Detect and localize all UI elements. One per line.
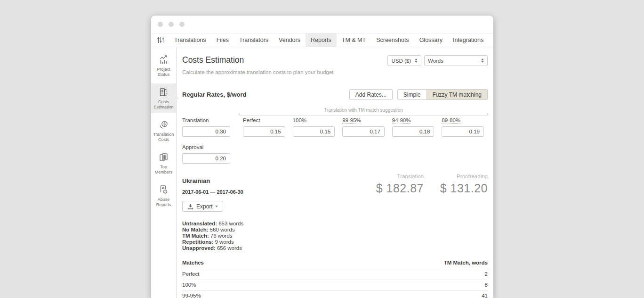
sidebar-item-label: Top Members: [152, 165, 176, 175]
sidebar-item-translation-costs[interactable]: $ Translation Costs: [151, 116, 176, 145]
simple-mode-button[interactable]: Simple: [397, 89, 427, 100]
perfect-rate-label: Perfect: [243, 117, 285, 123]
window-control-dot[interactable]: [158, 22, 163, 27]
export-button[interactable]: Export: [182, 201, 223, 212]
94-90-rate-label: 94-90%: [392, 117, 435, 123]
reports-sidebar: Project Status Costs Estimation $: [151, 47, 177, 298]
translation-rate-label: Translation: [182, 117, 230, 123]
rates-mode-toggle: Simple Fuzzy TM matching: [397, 89, 488, 100]
nav-item-files[interactable]: Files: [211, 33, 234, 47]
89-80-rate-hint[interactable]: 89-80%: [442, 117, 460, 124]
tm-group-bracket: [239, 113, 488, 116]
unit-select-value: Words: [428, 58, 443, 64]
nav-item-api[interactable]: API: [489, 33, 493, 47]
94-90-rate-hint[interactable]: 94-90%: [392, 117, 411, 124]
sidebar-item-label: Abuse Reports: [152, 197, 176, 207]
filter-sliders-icon[interactable]: [151, 33, 169, 47]
window-titlebar: [151, 16, 493, 33]
99-95-rate-input[interactable]: [342, 126, 385, 137]
download-icon: [187, 204, 193, 209]
99-95-rate-hint[interactable]: 99-95%: [342, 117, 361, 124]
window-control-dot[interactable]: [179, 22, 185, 27]
sidebar-item-top-members[interactable]: Top Members: [151, 149, 176, 178]
page-title: Costs Estimation: [182, 55, 334, 65]
100-rate-input[interactable]: [293, 126, 335, 137]
99-95-rate-label: 99-95%: [342, 117, 385, 123]
translation-costs-money-icon: $: [158, 119, 169, 131]
project-status-chart-icon: [158, 54, 169, 66]
translation-rate-input[interactable]: [182, 126, 230, 137]
94-90-rate-input[interactable]: [392, 126, 435, 137]
date-range: 2017-06-01 — 2017-06-30: [182, 189, 243, 195]
select-updown-icon: [415, 58, 418, 63]
tm-match-words-col-header: TM Match, words: [444, 260, 488, 265]
currency-select-value: USD ($): [391, 58, 411, 64]
fuzzy-tm-matching-button[interactable]: Fuzzy TM matching: [427, 89, 488, 100]
stat-untranslated: Untranslated:653 words: [182, 221, 488, 227]
table-row-99-95: 99-95%41: [182, 291, 488, 298]
rates-heading: Regular Rates, $/word: [182, 91, 247, 98]
sidebar-item-project-status[interactable]: Project Status: [151, 51, 176, 80]
nav-item-glossary[interactable]: Glossary: [414, 33, 448, 47]
tm-match-rates-group: Translation with TM match suggestion Per…: [239, 108, 488, 164]
proofreading-total: Proofreading $ 131.20: [437, 174, 488, 212]
export-button-label: Export: [196, 203, 213, 210]
89-80-rate-input[interactable]: [442, 126, 484, 137]
matches-col-header: Matches: [182, 260, 204, 265]
nav-item-tm-mt[interactable]: TM & MT: [337, 33, 371, 47]
nav-item-integrations[interactable]: Integrations: [448, 33, 489, 47]
nav-item-translations[interactable]: Translations: [169, 33, 211, 47]
table-row-100: 100%8: [182, 280, 488, 291]
table-row-perfect: Perfect2: [182, 269, 488, 280]
top-nav: Translations Files Translators Vendors R…: [151, 33, 493, 47]
89-80-rate-label: 89-80%: [442, 117, 484, 123]
nav-item-reports[interactable]: Reports: [306, 33, 337, 47]
add-rates-button[interactable]: Add Rates...: [349, 89, 393, 100]
proofreading-total-label: Proofreading: [437, 174, 488, 179]
top-members-list-icon: [158, 152, 169, 163]
active-item-notch: [176, 95, 179, 101]
svg-text:$: $: [163, 122, 166, 126]
translation-total: Translation $ 182.87: [373, 174, 424, 212]
sidebar-item-abuse-reports[interactable]: ! Abuse Reports: [151, 181, 176, 210]
nav-item-translators[interactable]: Translators: [234, 33, 274, 47]
tm-group-caption: Translation with TM match suggestion: [239, 108, 488, 113]
matches-table-header: Matches TM Match, words: [182, 257, 488, 269]
stat-tm-match: TM Match:76 words: [182, 233, 488, 239]
stat-repetitions: Repetitions:9 words: [182, 239, 488, 245]
approval-rate-input[interactable]: [182, 153, 230, 164]
unit-select[interactable]: Words: [424, 55, 488, 66]
stat-unapproved: Unapproved:656 words: [182, 245, 488, 251]
approval-rate-label: Approval: [182, 144, 230, 150]
costs-estimation-invoice-icon: [158, 87, 169, 98]
caret-down-icon: [215, 206, 218, 207]
abuse-reports-warning-icon: !: [158, 184, 169, 196]
select-updown-icon: [481, 58, 484, 63]
sidebar-item-label: Project Status: [152, 67, 176, 77]
sidebar-item-label: Translation Costs: [152, 132, 176, 142]
perfect-rate-input[interactable]: [243, 126, 285, 137]
translation-total-amount: $ 182.87: [373, 182, 424, 195]
currency-select[interactable]: USD ($): [387, 55, 421, 66]
word-stats: Untranslated:653 words No Match:560 word…: [182, 221, 488, 251]
sidebar-item-label: Costs Estimation: [152, 99, 176, 110]
page-subtitle: Calculate the approximate translation co…: [182, 69, 334, 75]
100-rate-label: 100%: [293, 117, 335, 123]
translation-total-label: Translation: [373, 174, 424, 179]
nav-item-vendors[interactable]: Vendors: [274, 33, 306, 47]
stat-no-match: No Match:560 words: [182, 227, 488, 233]
nav-item-screenshots[interactable]: Screenshots: [371, 33, 414, 47]
window-control-dot[interactable]: [169, 22, 174, 27]
proofreading-total-amount: $ 131.20: [437, 182, 488, 195]
language-name: Ukrainian: [182, 177, 243, 184]
sidebar-item-costs-estimation[interactable]: Costs Estimation: [151, 83, 176, 113]
report-content: Costs Estimation Calculate the approxima…: [177, 47, 493, 298]
svg-text:!: !: [165, 190, 166, 193]
app-window: Translations Files Translators Vendors R…: [151, 16, 493, 298]
matches-table: Matches TM Match, words Perfect2 100%8 9…: [182, 257, 488, 298]
